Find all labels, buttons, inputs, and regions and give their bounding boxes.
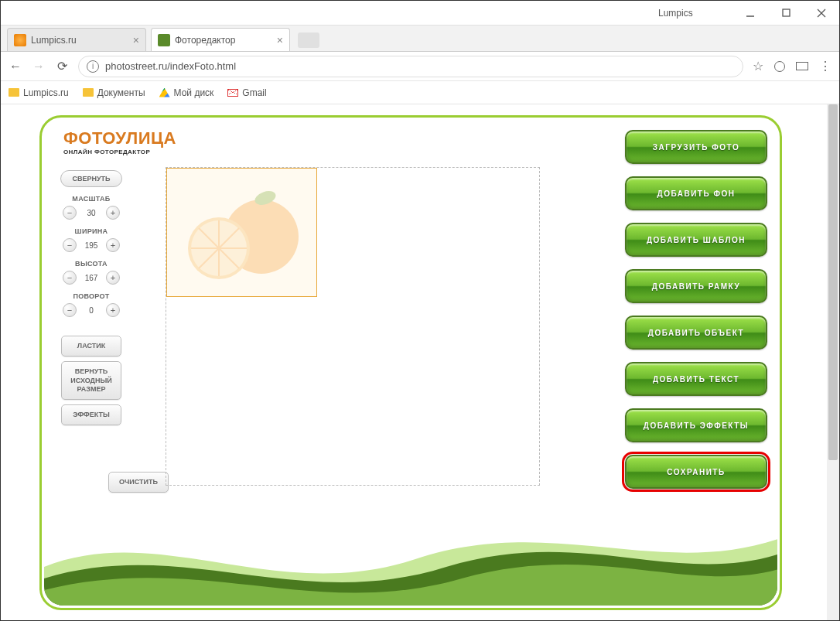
- folder-icon: [83, 88, 94, 97]
- collapse-button[interactable]: СВЕРНУТЬ: [60, 170, 122, 187]
- logo-subtitle: ОНЛАЙН ФОТОРЕДАКТОР: [63, 148, 176, 155]
- side-panel: СВЕРНУТЬ МАСШТАБ − 30 + ШИРИНА − 195 + В…: [59, 170, 124, 430]
- key-icon[interactable]: [774, 61, 785, 72]
- effects-button[interactable]: ЭФФЕКТЫ: [61, 404, 121, 425]
- url-text: photostreet.ru/indexFoto.html: [105, 60, 236, 72]
- scale-value: 30: [80, 209, 103, 217]
- window-minimize-button[interactable]: [732, 1, 768, 26]
- clear-button[interactable]: ОЧИСТИТЬ: [108, 472, 169, 493]
- wave-decoration: [44, 513, 777, 606]
- folder-icon: [9, 88, 19, 97]
- height-plus-button[interactable]: +: [106, 271, 120, 285]
- add-object-button[interactable]: ДОБАВИТЬ ОБЪЕКТ: [625, 316, 767, 350]
- menu-icon[interactable]: ⋮: [819, 59, 831, 73]
- save-button[interactable]: СОХРАНИТЬ: [625, 455, 767, 489]
- rotate-minus-button[interactable]: −: [63, 303, 77, 317]
- bookmark-drive[interactable]: Мой диск: [159, 87, 214, 98]
- bookmark-lumpics[interactable]: Lumpics.ru: [9, 87, 69, 98]
- scrollbar[interactable]: [827, 104, 839, 621]
- bookmark-documents[interactable]: Документы: [83, 87, 145, 98]
- tab-close-icon[interactable]: ×: [277, 34, 283, 46]
- action-column: ЗАГРУЗИТЬ ФОТО ДОБАВИТЬ ФОН ДОБАВИТЬ ШАБ…: [625, 130, 767, 489]
- height-value: 167: [80, 274, 103, 282]
- scale-control: МАСШТАБ − 30 +: [59, 195, 124, 220]
- add-frame-button[interactable]: ДОБАВИТЬ РАМКУ: [625, 269, 767, 303]
- rotate-control: ПОВОРОТ − 0 +: [59, 292, 124, 317]
- tab-close-icon[interactable]: ×: [133, 34, 139, 46]
- rotate-plus-button[interactable]: +: [106, 303, 120, 317]
- editor-frame: ФОТОУЛИЦА ОНЛАЙН ФОТОРЕДАКТОР СВЕРНУТЬ М…: [39, 115, 782, 610]
- window-titlebar: Lumpics: [1, 1, 839, 26]
- height-minus-button[interactable]: −: [63, 271, 77, 285]
- add-effects-button[interactable]: ДОБАВИТЬ ЭФФЕКТЫ: [625, 408, 767, 442]
- upload-photo-button[interactable]: ЗАГРУЗИТЬ ФОТО: [625, 130, 767, 164]
- new-tab-button[interactable]: [298, 32, 319, 48]
- scrollbar-thumb[interactable]: [828, 104, 838, 460]
- back-icon[interactable]: ←: [9, 60, 22, 73]
- scale-minus-button[interactable]: −: [63, 206, 77, 220]
- selected-image[interactable]: [166, 168, 317, 297]
- width-plus-button[interactable]: +: [106, 238, 120, 252]
- mail-icon[interactable]: [796, 62, 808, 70]
- rotate-value: 0: [80, 306, 103, 315]
- editor-favicon-icon: [158, 34, 170, 46]
- logo-main: ФОТОУЛИЦА: [63, 128, 176, 148]
- clear-panel: ОЧИСТИТЬ: [108, 472, 169, 497]
- svg-rect-1: [783, 9, 790, 16]
- app-logo: ФОТОУЛИЦА ОНЛАЙН ФОТОРЕДАКТОР: [63, 128, 176, 155]
- width-minus-button[interactable]: −: [63, 238, 77, 252]
- reset-size-button[interactable]: ВЕРНУТЬ ИСХОДНЫЙ РАЗМЕР: [61, 361, 121, 400]
- reload-icon[interactable]: ⟳: [55, 59, 69, 73]
- height-control: ВЫСОТА − 167 +: [59, 260, 124, 285]
- window-title: Lumpics: [658, 8, 693, 19]
- tab-label: Lumpics.ru: [31, 35, 77, 46]
- forward-icon[interactable]: →: [32, 60, 46, 73]
- drive-icon: [159, 88, 170, 97]
- scale-plus-button[interactable]: +: [106, 206, 120, 220]
- gmail-icon: [227, 89, 238, 97]
- browser-tab-editor[interactable]: Фоторедактор ×: [151, 28, 290, 51]
- window-maximize-button[interactable]: [768, 1, 804, 26]
- browser-tab-lumpics[interactable]: Lumpics.ru ×: [7, 28, 146, 51]
- bookmark-gmail[interactable]: Gmail: [227, 87, 266, 98]
- window-close-button[interactable]: [804, 1, 839, 26]
- bookmarks-bar: Lumpics.ru Документы Мой диск Gmail: [1, 81, 839, 104]
- orange-image-icon: [180, 183, 304, 283]
- add-template-button[interactable]: ДОБАВИТЬ ШАБЛОН: [625, 223, 767, 257]
- page-viewport: ФОТОУЛИЦА ОНЛАЙН ФОТОРЕДАКТОР СВЕРНУТЬ М…: [1, 104, 839, 621]
- tab-label: Фоторедактор: [175, 35, 235, 46]
- address-bar[interactable]: i photostreet.ru/indexFoto.html: [78, 56, 743, 77]
- add-background-button[interactable]: ДОБАВИТЬ ФОН: [625, 176, 767, 210]
- eraser-button[interactable]: ЛАСТИК: [61, 336, 121, 357]
- width-value: 195: [80, 241, 103, 250]
- browser-toolbar: ← → ⟳ i photostreet.ru/indexFoto.html ☆ …: [1, 52, 839, 81]
- editor-canvas[interactable]: [166, 167, 540, 486]
- width-control: ШИРИНА − 195 +: [59, 227, 124, 252]
- browser-tabstrip: Lumpics.ru × Фоторедактор ×: [1, 26, 839, 52]
- star-icon[interactable]: ☆: [753, 59, 763, 73]
- orange-favicon-icon: [14, 34, 26, 46]
- add-text-button[interactable]: ДОБАВИТЬ ТЕКСТ: [625, 362, 767, 396]
- site-info-icon[interactable]: i: [87, 60, 99, 73]
